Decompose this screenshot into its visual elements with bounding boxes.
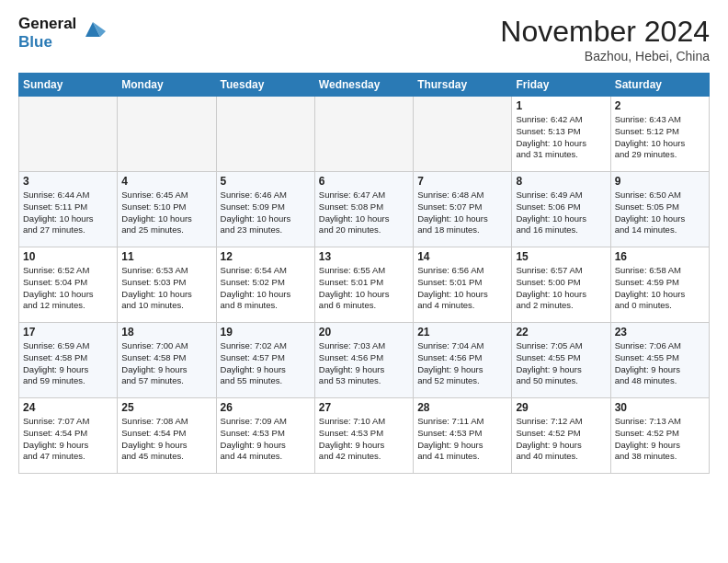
day-number: 3 (23, 175, 113, 188)
day-number: 17 (23, 326, 113, 339)
day-info: Sunrise: 6:56 AM Sunset: 5:01 PM Dayligh… (417, 265, 507, 312)
day-number: 2 (615, 99, 705, 112)
day-info: Sunrise: 7:05 AM Sunset: 4:55 PM Dayligh… (516, 340, 606, 387)
header: General Blue November 2024 Bazhou, Hebei… (18, 15, 710, 63)
calendar-cell: 10Sunrise: 6:52 AM Sunset: 5:04 PM Dayli… (19, 247, 118, 323)
week-row-5: 24Sunrise: 7:07 AM Sunset: 4:54 PM Dayli… (19, 398, 710, 474)
calendar-cell: 5Sunrise: 6:46 AM Sunset: 5:09 PM Daylig… (216, 172, 314, 247)
day-number: 28 (417, 401, 507, 414)
calendar-cell: 15Sunrise: 6:57 AM Sunset: 5:00 PM Dayli… (512, 247, 610, 323)
day-info: Sunrise: 7:12 AM Sunset: 4:52 PM Dayligh… (516, 416, 606, 463)
week-row-3: 10Sunrise: 6:52 AM Sunset: 5:04 PM Dayli… (19, 247, 710, 323)
day-info: Sunrise: 7:09 AM Sunset: 4:53 PM Dayligh… (221, 416, 311, 463)
calendar-cell (314, 97, 413, 172)
day-info: Sunrise: 6:44 AM Sunset: 5:11 PM Dayligh… (23, 190, 113, 236)
weekday-monday: Monday (118, 74, 216, 97)
calendar-cell: 1Sunrise: 6:42 AM Sunset: 5:13 PM Daylig… (512, 97, 610, 172)
day-info: Sunrise: 6:52 AM Sunset: 5:04 PM Dayligh… (23, 265, 113, 312)
calendar-cell (216, 97, 314, 172)
day-number: 21 (417, 326, 507, 339)
calendar-cell: 16Sunrise: 6:58 AM Sunset: 4:59 PM Dayli… (610, 247, 709, 323)
calendar-cell: 29Sunrise: 7:12 AM Sunset: 4:52 PM Dayli… (512, 398, 610, 474)
title-block: November 2024 Bazhou, Hebei, China (500, 15, 710, 63)
day-number: 19 (221, 326, 311, 339)
day-info: Sunrise: 7:11 AM Sunset: 4:53 PM Dayligh… (417, 416, 507, 463)
day-number: 4 (121, 175, 211, 188)
day-info: Sunrise: 7:08 AM Sunset: 4:54 PM Dayligh… (121, 416, 211, 463)
day-number: 27 (319, 401, 409, 414)
calendar-cell: 3Sunrise: 6:44 AM Sunset: 5:11 PM Daylig… (19, 172, 118, 247)
day-number: 9 (615, 175, 705, 188)
calendar-cell: 13Sunrise: 6:55 AM Sunset: 5:01 PM Dayli… (314, 247, 413, 323)
weekday-header-row: SundayMondayTuesdayWednesdayThursdayFrid… (19, 74, 710, 97)
day-info: Sunrise: 6:47 AM Sunset: 5:08 PM Dayligh… (319, 190, 409, 236)
day-number: 25 (121, 401, 211, 414)
day-info: Sunrise: 6:45 AM Sunset: 5:10 PM Dayligh… (121, 190, 211, 236)
calendar-table: SundayMondayTuesdayWednesdayThursdayFrid… (18, 73, 710, 474)
calendar-cell: 19Sunrise: 7:02 AM Sunset: 4:57 PM Dayli… (216, 323, 314, 398)
calendar-cell: 28Sunrise: 7:11 AM Sunset: 4:53 PM Dayli… (414, 398, 512, 474)
month-title: November 2024 (500, 15, 710, 49)
day-info: Sunrise: 6:57 AM Sunset: 5:00 PM Dayligh… (516, 265, 606, 312)
calendar-cell: 11Sunrise: 6:53 AM Sunset: 5:03 PM Dayli… (118, 247, 216, 323)
calendar-cell: 8Sunrise: 6:49 AM Sunset: 5:06 PM Daylig… (512, 172, 610, 247)
week-row-2: 3Sunrise: 6:44 AM Sunset: 5:11 PM Daylig… (19, 172, 710, 247)
weekday-wednesday: Wednesday (314, 74, 413, 97)
day-info: Sunrise: 6:54 AM Sunset: 5:02 PM Dayligh… (221, 265, 311, 312)
day-number: 15 (516, 250, 606, 263)
day-info: Sunrise: 6:59 AM Sunset: 4:58 PM Dayligh… (23, 340, 113, 387)
calendar-cell: 2Sunrise: 6:43 AM Sunset: 5:12 PM Daylig… (610, 97, 709, 172)
day-info: Sunrise: 7:04 AM Sunset: 4:56 PM Dayligh… (417, 340, 507, 387)
logo-icon (80, 18, 106, 40)
weekday-tuesday: Tuesday (216, 74, 314, 97)
page: General Blue November 2024 Bazhou, Hebei… (0, 0, 728, 488)
calendar-body: 1Sunrise: 6:42 AM Sunset: 5:13 PM Daylig… (19, 97, 710, 474)
day-info: Sunrise: 6:53 AM Sunset: 5:03 PM Dayligh… (121, 265, 211, 312)
day-info: Sunrise: 6:55 AM Sunset: 5:01 PM Dayligh… (319, 265, 409, 312)
day-number: 1 (516, 99, 606, 112)
location: Bazhou, Hebei, China (500, 49, 710, 63)
calendar-cell: 22Sunrise: 7:05 AM Sunset: 4:55 PM Dayli… (512, 323, 610, 398)
weekday-saturday: Saturday (610, 74, 709, 97)
day-number: 8 (516, 175, 606, 188)
day-number: 22 (516, 326, 606, 339)
weekday-thursday: Thursday (414, 74, 512, 97)
day-number: 18 (121, 326, 211, 339)
calendar-cell (118, 97, 216, 172)
day-number: 23 (615, 326, 705, 339)
calendar-cell: 23Sunrise: 7:06 AM Sunset: 4:55 PM Dayli… (610, 323, 709, 398)
day-info: Sunrise: 6:49 AM Sunset: 5:06 PM Dayligh… (516, 190, 606, 236)
day-number: 13 (319, 250, 409, 263)
day-info: Sunrise: 7:06 AM Sunset: 4:55 PM Dayligh… (615, 340, 705, 387)
weekday-friday: Friday (512, 74, 610, 97)
week-row-1: 1Sunrise: 6:42 AM Sunset: 5:13 PM Daylig… (19, 97, 710, 172)
calendar-cell: 9Sunrise: 6:50 AM Sunset: 5:05 PM Daylig… (610, 172, 709, 247)
day-info: Sunrise: 6:46 AM Sunset: 5:09 PM Dayligh… (221, 190, 311, 236)
logo-blue: Blue (18, 33, 52, 51)
day-number: 26 (221, 401, 311, 414)
day-info: Sunrise: 6:50 AM Sunset: 5:05 PM Dayligh… (615, 190, 705, 236)
day-number: 7 (417, 175, 507, 188)
week-row-4: 17Sunrise: 6:59 AM Sunset: 4:58 PM Dayli… (19, 323, 710, 398)
day-number: 11 (121, 250, 211, 263)
logo: General Blue (18, 15, 106, 51)
logo-text: General Blue (18, 15, 106, 51)
day-number: 6 (319, 175, 409, 188)
day-info: Sunrise: 7:03 AM Sunset: 4:56 PM Dayligh… (319, 340, 409, 387)
day-number: 5 (221, 175, 311, 188)
calendar-cell (414, 97, 512, 172)
day-info: Sunrise: 7:02 AM Sunset: 4:57 PM Dayligh… (221, 340, 311, 387)
calendar-cell: 17Sunrise: 6:59 AM Sunset: 4:58 PM Dayli… (19, 323, 118, 398)
calendar-cell: 25Sunrise: 7:08 AM Sunset: 4:54 PM Dayli… (118, 398, 216, 474)
calendar-cell: 7Sunrise: 6:48 AM Sunset: 5:07 PM Daylig… (414, 172, 512, 247)
calendar-cell: 12Sunrise: 6:54 AM Sunset: 5:02 PM Dayli… (216, 247, 314, 323)
weekday-sunday: Sunday (19, 74, 118, 97)
calendar-cell: 6Sunrise: 6:47 AM Sunset: 5:08 PM Daylig… (314, 172, 413, 247)
calendar-cell: 21Sunrise: 7:04 AM Sunset: 4:56 PM Dayli… (414, 323, 512, 398)
calendar-cell: 20Sunrise: 7:03 AM Sunset: 4:56 PM Dayli… (314, 323, 413, 398)
logo-general: General (18, 15, 76, 32)
day-info: Sunrise: 6:58 AM Sunset: 4:59 PM Dayligh… (615, 265, 705, 312)
day-info: Sunrise: 6:48 AM Sunset: 5:07 PM Dayligh… (417, 190, 507, 236)
calendar-cell: 14Sunrise: 6:56 AM Sunset: 5:01 PM Dayli… (414, 247, 512, 323)
day-info: Sunrise: 6:42 AM Sunset: 5:13 PM Dayligh… (516, 114, 606, 161)
